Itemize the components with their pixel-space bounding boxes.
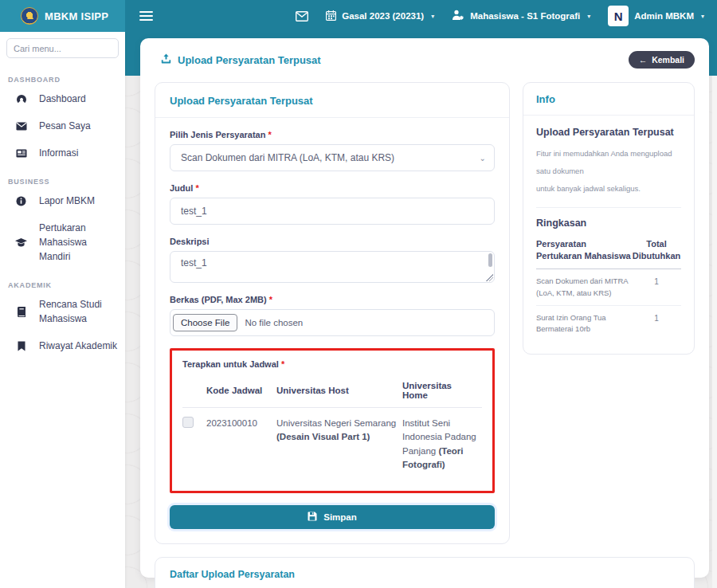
- tachometer-icon: [15, 94, 27, 104]
- save-button[interactable]: Simpan: [170, 505, 495, 529]
- role-label: Mahasiswa - S1 Fotografi: [470, 11, 580, 21]
- graduation-cap-icon: [15, 238, 27, 247]
- ringkasan-col-persyaratan: Persyaratan Pertukaran Mahasiswa: [536, 236, 632, 269]
- ringkasan-name: Surat Izin Orang Tua Bermaterai 10rb: [536, 305, 632, 341]
- textarea-resize-grip[interactable]: [486, 274, 493, 281]
- calendar-icon: [326, 10, 336, 22]
- sidebar-item-informasi[interactable]: Informasi: [0, 139, 125, 167]
- ringkasan-name: Scan Dokumen dari MITRA (LoA, KTM, atau …: [536, 269, 632, 306]
- avatar: N: [608, 6, 629, 26]
- page-title: Upload Persyaratan Terpusat: [161, 53, 321, 66]
- jadwal-col-kode: Kode Jadwal: [206, 376, 276, 408]
- main-content-card: Upload Persyaratan Terpusat ← Kembali Up…: [140, 38, 709, 578]
- upload-list-card: Daftar Upload Persyaratan Nama Persyarat…: [155, 557, 695, 588]
- info-description: Fitur ini memudahkan Anda mengupload sat…: [536, 145, 681, 198]
- jadwal-home: Institut Seni Indonesia Padang Panjang (…: [402, 408, 482, 476]
- arrow-left-icon: ←: [639, 55, 648, 65]
- sidebar-item-label: Riwayat Akademik: [39, 339, 117, 353]
- floppy-disk-icon: [308, 512, 317, 523]
- page-scrollbar[interactable]: [712, 76, 717, 588]
- info-card: Info Upload Persyaratan Terpusat Fitur i…: [523, 82, 695, 355]
- jadwal-highlight-box: Terapkan untuk Jadwal * Kode Jadwal Univ…: [170, 348, 495, 493]
- brand-title: MBKM ISIPP: [45, 10, 108, 22]
- sidebar-item-dashboard[interactable]: Dashboard: [0, 85, 125, 112]
- jadwal-table: Kode Jadwal Universitas Host Universitas…: [182, 376, 482, 475]
- judul-input[interactable]: [170, 198, 495, 225]
- berkas-file-input[interactable]: Choose File No file chosen: [170, 309, 495, 336]
- chevron-down-icon: ▾: [431, 13, 434, 20]
- chevron-down-icon: ⌄: [480, 154, 486, 163]
- newspaper-icon: [15, 149, 27, 158]
- ringkasan-row: Scan Dokumen dari MITRA (LoA, KTM, atau …: [536, 269, 681, 306]
- sidebar-section-akademik: AKADEMIK: [8, 281, 125, 289]
- info-circle-icon: [15, 196, 27, 206]
- file-chosen-status: No file chosen: [245, 318, 303, 327]
- info-card-title: Info: [536, 93, 681, 105]
- envelope-icon: [15, 122, 27, 131]
- user-gear-icon: [452, 10, 464, 22]
- jadwal-host: Universitas Negeri Semarang (Desain Visu…: [276, 408, 402, 476]
- chevron-down-icon: ▾: [701, 13, 704, 20]
- sidebar-item-label: Dashboard: [39, 92, 86, 106]
- sidebar-item-label: Lapor MBKM: [39, 194, 95, 208]
- required-asterisk: *: [269, 295, 272, 304]
- ringkasan-total: 1: [632, 305, 681, 341]
- jenis-persyaratan-select[interactable]: Scan Dokumen dari MITRA (LoA, KTM, atau …: [170, 144, 495, 171]
- sidebar-section-dashboard: DASHBOARD: [8, 76, 125, 84]
- ringkasan-col-total: Total Dibutuhkan: [632, 236, 681, 269]
- university-seal-icon: [21, 7, 38, 25]
- hamburger-menu-icon[interactable]: [139, 9, 153, 23]
- sidebar-item-label: Pesan Saya: [39, 119, 91, 133]
- period-label: Gasal 2023 (20231): [342, 11, 424, 21]
- sidebar-item-label: Rencana Studi Mahasiswa: [39, 297, 119, 326]
- deskripsi-textarea[interactable]: test_1: [170, 251, 495, 283]
- required-asterisk: *: [195, 183, 198, 193]
- ringkasan-table: Persyaratan Pertukaran Mahasiswa Total D…: [536, 236, 681, 342]
- jenis-label: Pilih Jenis Persyaratan *: [170, 130, 495, 139]
- jenis-selected-value: Scan Dokumen dari MITRA (LoA, KTM, atau …: [181, 152, 394, 163]
- form-card-title: Upload Persyaratan Terpusat: [170, 95, 495, 107]
- ringkasan-row: Surat Izin Orang Tua Bermaterai 10rb 1: [536, 305, 681, 341]
- jadwal-col-home: Universitas Home: [402, 376, 482, 408]
- sidebar-item-pesan-saya[interactable]: Pesan Saya: [0, 112, 125, 139]
- role-dropdown[interactable]: Mahasiswa - S1 Fotografi ▾: [452, 10, 590, 22]
- sidebar-item-pertukaran-mahasiswa-mandiri[interactable]: Pertukaran Mahasiswa Mandiri: [0, 214, 125, 270]
- sidebar-item-rencana-studi-mahasiswa[interactable]: Rencana Studi Mahasiswa: [0, 291, 125, 332]
- jadwal-checkbox[interactable]: [182, 417, 194, 428]
- user-label: Admin MBKM: [634, 11, 694, 21]
- back-button[interactable]: ← Kembali: [629, 51, 695, 69]
- sidebar: DASHBOARD Dashboard Pesan Saya Informasi…: [0, 32, 125, 588]
- judul-label: Judul *: [170, 183, 495, 193]
- period-dropdown[interactable]: Gasal 2023 (20231) ▾: [326, 10, 434, 22]
- sidebar-item-lapor-mbkm[interactable]: Lapor MBKM: [0, 187, 125, 214]
- top-navbar: MBKM ISIPP Gasal 2023 (20231) ▾ Mahasisw…: [0, 0, 717, 32]
- brand[interactable]: MBKM ISIPP: [0, 0, 125, 32]
- berkas-label: Berkas (PDF, Max 2MB) *: [170, 295, 495, 304]
- ringkasan-title: Ringkasan: [536, 218, 681, 229]
- sidebar-item-riwayat-akademik[interactable]: Riwayat Akademik: [0, 332, 125, 359]
- sidebar-section-business: BUSINESS: [8, 178, 125, 186]
- messages-envelope-icon[interactable]: [296, 11, 308, 22]
- info-heading: Upload Persyaratan Terpusat: [536, 127, 681, 138]
- user-dropdown[interactable]: N Admin MBKM ▾: [608, 6, 704, 26]
- upload-form-card: Upload Persyaratan Terpusat Pilih Jenis …: [155, 82, 510, 544]
- bookmark-icon: [15, 341, 27, 351]
- jadwal-row: 2023100010 Universitas Negeri Semarang (…: [182, 408, 482, 476]
- textarea-scrollbar[interactable]: [488, 253, 492, 267]
- deskripsi-label: Deskripsi: [170, 237, 495, 246]
- ringkasan-total: 1: [632, 269, 681, 306]
- sidebar-item-label: Pertukaran Mahasiswa Mandiri: [39, 221, 119, 264]
- upload-list-title: Daftar Upload Persyaratan: [170, 569, 680, 580]
- search-input[interactable]: [6, 38, 119, 58]
- chevron-down-icon: ▾: [587, 13, 590, 20]
- jadwal-col-host: Universitas Host: [276, 376, 402, 408]
- book-icon: [15, 307, 27, 317]
- upload-icon: [161, 53, 171, 66]
- choose-file-button[interactable]: Choose File: [173, 314, 237, 331]
- required-asterisk: *: [281, 359, 284, 369]
- jadwal-label: Terapkan untuk Jadwal *: [182, 359, 482, 369]
- required-asterisk: *: [268, 130, 272, 139]
- sidebar-item-label: Informasi: [39, 146, 78, 160]
- jadwal-kode: 2023100010: [206, 408, 276, 476]
